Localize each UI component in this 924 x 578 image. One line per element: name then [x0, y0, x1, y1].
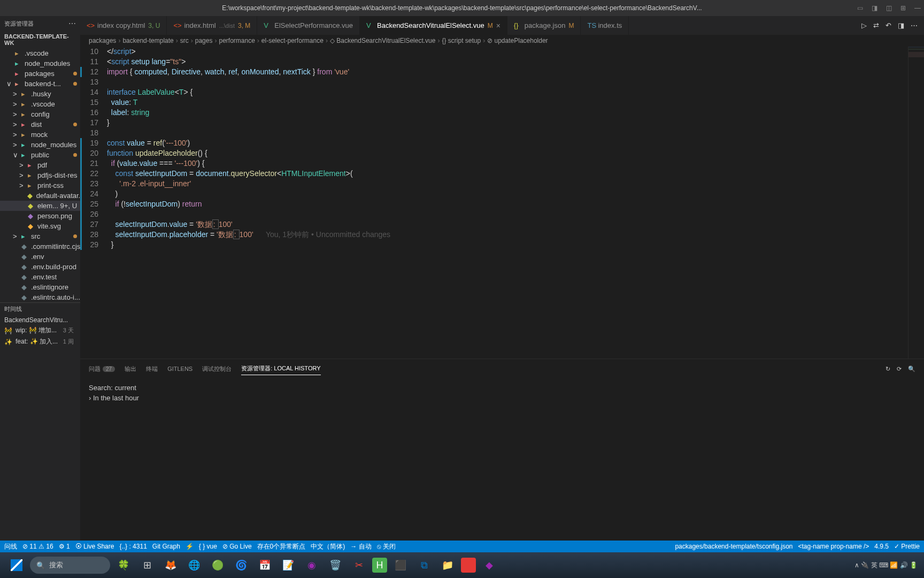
editor-tab[interactable]: <>index.html...\dist3, M — [167, 16, 257, 35]
customize-layout-icon[interactable]: ⊞ — [900, 4, 906, 12]
chrome-icon[interactable]: 🌐 — [184, 555, 204, 575]
tree-item[interactable]: >▸config — [0, 109, 80, 119]
minimap[interactable] — [908, 47, 924, 359]
statusbar-item[interactable]: 问线 — [4, 542, 17, 551]
refresh2-icon[interactable]: ⟳ — [897, 366, 902, 372]
breadcrumb-item[interactable]: packages — [89, 37, 116, 44]
app-icon[interactable]: 🍀 — [113, 555, 134, 575]
statusbar-item[interactable]: ⚙ 1 — [59, 543, 70, 550]
tree-item[interactable]: ◆.env — [0, 252, 80, 262]
statusbar-item[interactable]: Git Graph — [152, 543, 180, 550]
breadcrumb-item[interactable]: ⊘ updatePlaceholder — [487, 37, 548, 44]
code-content[interactable]: </script><script setup lang="ts">import … — [107, 47, 908, 359]
timeline-item[interactable]: 🚧wip: 🚧 增加...3 天 — [0, 325, 80, 336]
statusbar-item[interactable]: {..} : 4311 — [119, 543, 147, 550]
statusbar-item[interactable]: 中文（简体) — [311, 542, 345, 551]
tree-item[interactable]: ◆default-avatar... — [0, 191, 80, 201]
tree-item[interactable]: ◆.eslintrc.auto-i... — [0, 292, 80, 302]
tree-item[interactable]: ▸packages — [0, 69, 80, 79]
more-icon[interactable]: ⋯ — [911, 21, 918, 29]
tree-item[interactable]: ◆.env.test — [0, 272, 80, 282]
editor-tab[interactable]: <>index copy.html3, U — [80, 16, 167, 35]
calendar-icon[interactable]: 📅 — [255, 555, 275, 575]
statusbar-item[interactable]: ⚡ — [186, 543, 194, 550]
project-name[interactable]: BACKEND-TEMPLATE-WK — [0, 31, 80, 48]
tree-item[interactable]: ◆.env.build-prod — [0, 262, 80, 272]
tree-item[interactable]: ∨▸backend-t... — [0, 79, 80, 89]
run-icon[interactable]: ▷ — [861, 21, 867, 29]
breadcrumb-item[interactable]: backend-template — [122, 37, 173, 44]
snipaste-icon[interactable]: ✂ — [349, 555, 369, 575]
tree-item[interactable]: >▸node_modules — [0, 140, 80, 150]
taskbar-search[interactable]: 🔍 搜索 — [30, 557, 110, 574]
sidebar-section[interactable]: 时间线 — [0, 302, 80, 315]
statusbar-item[interactable]: ⊘ Go Live — [222, 543, 252, 550]
editor-tab[interactable]: VElSelectPerformance.vue — [257, 16, 360, 35]
statusbar-item[interactable]: { } vue — [199, 543, 217, 550]
panel-tab[interactable]: GITLENS — [167, 363, 192, 374]
statusbar-item[interactable]: → 自动 — [350, 542, 371, 551]
diff-icon[interactable]: ⇄ — [873, 21, 879, 29]
tree-item[interactable]: ▸.vscode — [0, 48, 80, 58]
breadcrumb-item[interactable]: src — [180, 37, 189, 44]
tree-item[interactable]: ◆.eslintignore — [0, 282, 80, 292]
editor-tab[interactable]: {}package.jsonM — [507, 16, 581, 35]
panel-tab[interactable]: 终端 — [146, 363, 158, 375]
history-group[interactable]: › In the last hour — [89, 393, 915, 403]
layout-side-icon[interactable]: ◫ — [886, 4, 892, 12]
split-icon[interactable]: ◨ — [898, 21, 904, 29]
tree-item[interactable]: ◆vite.svg — [0, 221, 80, 231]
statusbar-item[interactable]: ⦿ Live Share — [75, 543, 114, 550]
statusbar-item[interactable]: <tag-name prop-name /> — [798, 543, 869, 550]
app-red-icon[interactable] — [461, 558, 476, 573]
code-editor[interactable]: 1011121314151617181920212223242526272829… — [80, 47, 924, 359]
breadcrumb-item[interactable]: ◇ BackendSearchVitrualElSelect.vue — [330, 37, 436, 44]
files-icon[interactable]: 🗑️ — [325, 555, 345, 575]
timeline-item[interactable]: ✨feat: ✨ 加入...1 周 — [0, 336, 80, 347]
panel-tab[interactable]: 资源管理器: LOCAL HISTORY — [241, 362, 320, 375]
revert-icon[interactable]: ↶ — [886, 21, 891, 29]
layout-icon[interactable]: ▭ — [857, 4, 863, 12]
tree-item[interactable]: ∨▸public — [0, 150, 80, 160]
statusbar-item[interactable]: 存在0个异常断点 — [257, 542, 306, 551]
panel-tab[interactable]: 调试控制台 — [202, 363, 232, 375]
tree-item[interactable]: ◆elem... 9+, U — [0, 201, 80, 211]
chrome2-icon[interactable]: 🟢 — [207, 555, 228, 575]
search-icon[interactable]: 🔍 — [908, 366, 915, 372]
tree-item[interactable]: >▸pdf — [0, 160, 80, 170]
firefox-icon[interactable]: 🦊 — [160, 555, 181, 575]
vscode-icon[interactable]: ⧉ — [414, 555, 434, 575]
heidisql-icon[interactable]: H — [372, 558, 387, 573]
app-p-icon[interactable]: ◆ — [479, 555, 499, 575]
more-icon[interactable]: ⋯ — [68, 19, 76, 28]
terminal-icon[interactable]: ⬛ — [390, 555, 411, 575]
close-icon[interactable]: × — [496, 21, 500, 30]
tree-item[interactable]: >▸dist — [0, 119, 80, 130]
notes-icon[interactable]: 📝 — [278, 555, 298, 575]
statusbar-item[interactable]: 4.9.5 — [874, 543, 889, 550]
task-view-icon[interactable]: ⊞ — [137, 555, 157, 575]
explorer-icon[interactable]: 📁 — [437, 555, 458, 575]
editor-tab[interactable]: TSindex.ts — [581, 16, 629, 35]
layout-panel-icon[interactable]: ◨ — [872, 4, 877, 12]
system-tray[interactable]: ∧ 🔌 英 ⌨ 📶 🔊 🔋 — [854, 561, 918, 570]
breadcrumb-item[interactable]: pages — [195, 37, 213, 44]
statusbar-item[interactable]: ⊘ 11 ⚠ 16 — [22, 543, 53, 550]
statusbar-item[interactable]: ✓ Prettie — [894, 543, 920, 550]
start-button[interactable] — [6, 555, 27, 575]
panel-tab[interactable]: 问题27 — [89, 363, 115, 375]
statusbar-item[interactable]: packages/backend-template/tsconfig.json — [675, 543, 792, 550]
tree-item[interactable]: >▸src — [0, 231, 80, 241]
tree-item[interactable]: ◆person.png — [0, 211, 80, 221]
tree-item[interactable]: ▸node_modules — [0, 58, 80, 69]
refresh-icon[interactable]: ↻ — [886, 366, 890, 372]
tree-item[interactable]: >▸print-css — [0, 180, 80, 191]
minimize-icon[interactable]: — — [914, 4, 921, 12]
tree-item[interactable]: >▸mock — [0, 130, 80, 140]
breadcrumb-item[interactable]: el-select-performance — [261, 37, 324, 44]
panel-tab[interactable]: 输出 — [125, 363, 136, 375]
breadcrumb-item[interactable]: performance — [219, 37, 255, 44]
tree-item[interactable]: >▸.husky — [0, 89, 80, 99]
tree-item[interactable]: >▸pdfjs-dist-res — [0, 170, 80, 180]
editor-tab[interactable]: VBackendSearchVitrualElSelect.vueM× — [360, 16, 507, 35]
